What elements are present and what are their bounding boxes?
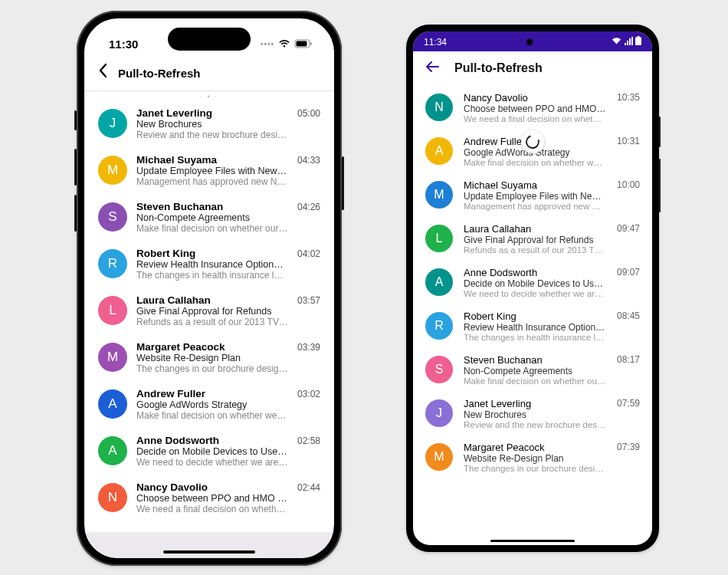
avatar: S: [425, 356, 453, 383]
email-subject: Choose between PPO and HMO Healt...: [136, 493, 288, 504]
list-item[interactable]: RRobert KingReview Health Insurance Opti…: [413, 304, 652, 348]
svg-rect-1: [297, 41, 307, 46]
list-item-text: Andrew FullerGoogle AdWords StrategyMake…: [136, 388, 288, 421]
email-subject: New Brochures: [464, 409, 606, 420]
email-time: 10:31: [617, 136, 640, 146]
email-preview: The changes in our brochure designs for.…: [464, 464, 606, 473]
home-indicator: [163, 550, 255, 554]
list-item[interactable]: AAnne DodsworthDecide on Mobile Devices …: [84, 428, 334, 475]
email-subject: Website Re-Design Plan: [464, 453, 606, 464]
sender-name: Anne Dodsworth: [136, 435, 288, 446]
list-item-text: Margaret PeacockWebsite Re-Design PlanTh…: [136, 341, 288, 374]
list-item[interactable]: JJanet LeverlingNew BrochuresReview and …: [84, 100, 334, 147]
email-subject: New Brochures: [136, 119, 288, 130]
email-subject: Update Employee Files with New NDA: [464, 191, 606, 202]
front-camera-icon: [526, 38, 533, 46]
page-title: Pull-to-Refresh: [454, 61, 543, 75]
email-preview: The changes in health insurance laws...: [136, 270, 288, 281]
ios-email-list[interactable]: JJanet LeverlingNew BrochuresReview and …: [84, 100, 334, 521]
list-item[interactable]: JJanet LeverlingNew BrochuresReview and …: [413, 392, 652, 435]
email-time: 10:00: [617, 179, 640, 190]
dynamic-island: [168, 28, 251, 51]
sender-name: Janet Leverling: [136, 107, 288, 119]
email-subject: Non-Compete Agreements: [464, 366, 606, 376]
email-preview: Review and the new brochure designs...: [136, 130, 288, 140]
list-item[interactable]: NNancy DavolioChoose between PPO and HMO…: [84, 475, 334, 521]
list-item-text: Janet LeverlingNew BrochuresReview and t…: [136, 107, 288, 140]
avatar: R: [98, 249, 127, 278]
list-item[interactable]: LLaura CallahanGive Final Approval for R…: [84, 288, 334, 334]
avatar: A: [98, 389, 127, 419]
battery-icon: [294, 38, 313, 51]
email-preview: Management has approved new NDA....: [136, 176, 288, 187]
list-item-text: Anne DodsworthDecide on Mobile Devices t…: [464, 267, 606, 298]
email-time: 03:57: [297, 294, 320, 306]
sender-name: Michael Suyama: [136, 154, 288, 166]
email-preview: Management has approved new NDA. Al...: [464, 202, 606, 211]
list-item[interactable]: MMichael SuyamaUpdate Employee Files wit…: [413, 173, 652, 217]
iphone-device-frame: 11:30 •••• Pull-to-Refresh · • · JJanet …: [77, 11, 342, 566]
email-preview: We need to decide whether we are goi...: [136, 457, 288, 468]
sender-name: Laura Callahan: [136, 294, 288, 306]
list-item-text: Michael SuyamaUpdate Employee Files with…: [464, 179, 606, 211]
email-time: 04:26: [297, 201, 320, 212]
back-button[interactable]: [98, 63, 107, 83]
list-item-text: Steven BuchananNon-Compete AgreementsMak…: [136, 201, 288, 234]
sender-name: Margaret Peacock: [464, 442, 606, 453]
sender-name: Andrew Fuller: [136, 388, 288, 399]
email-preview: We need to decide whether we are going..…: [464, 289, 606, 298]
email-time: 07:39: [617, 442, 640, 452]
email-time: 02:58: [297, 435, 320, 446]
email-preview: We need a final decision on whether we .…: [464, 114, 606, 123]
email-subject: Review Health Insurance Options Und...: [136, 259, 288, 270]
list-item[interactable]: AAndrew FullerGoogle AdWords StrategyMak…: [84, 381, 334, 428]
page-title: Pull-to-Refresh: [118, 67, 201, 80]
battery-icon: [635, 36, 641, 48]
ios-app-header: Pull-to-Refresh: [84, 57, 334, 91]
avatar: A: [425, 268, 453, 296]
iphone-side-button: [74, 149, 77, 186]
pull-to-refresh-spinner: [521, 130, 544, 153]
list-item-text: Michael SuyamaUpdate Employee Files with…: [136, 154, 288, 187]
list-item-text: Laura CallahanGive Final Approval for Re…: [464, 223, 606, 255]
avatar: A: [98, 436, 127, 465]
email-time: 03:02: [297, 388, 320, 399]
sender-name: Michael Suyama: [464, 179, 606, 191]
email-preview: Review and the new brochure designs an..…: [464, 420, 606, 429]
email-subject: Choose between PPO and HMO Health ...: [464, 104, 606, 114]
iphone-side-button: [342, 156, 344, 210]
avatar: A: [425, 137, 453, 165]
list-item[interactable]: MMargaret PeacockWebsite Re-Design PlanT…: [413, 435, 652, 479]
ios-bottom-bar: [84, 532, 334, 558]
email-time: 02:44: [297, 481, 320, 493]
list-item[interactable]: MMargaret PeacockWebsite Re-Design PlanT…: [84, 334, 334, 381]
list-item-text: Laura CallahanGive Final Approval for Re…: [136, 294, 288, 327]
list-item[interactable]: NNancy DavolioChoose between PPO and HMO…: [413, 86, 652, 130]
list-item-text: Anne DodsworthDecide on Mobile Devices t…: [136, 435, 288, 468]
list-item[interactable]: RRobert KingReview Health Insurance Opti…: [84, 241, 334, 288]
list-item[interactable]: MMichael SuyamaUpdate Employee Files wit…: [84, 147, 334, 194]
email-subject: Decide on Mobile Devices to Use in the F…: [464, 278, 606, 289]
pull-to-refresh-indicator: · • ·: [84, 91, 334, 100]
avatar: J: [425, 399, 453, 427]
spinner-icon: [523, 133, 542, 151]
email-subject: Non-Compete Agreements: [136, 212, 288, 223]
avatar: N: [98, 483, 127, 512]
sender-name: Steven Buchanan: [464, 354, 606, 366]
sender-name: Anne Dodsworth: [464, 267, 606, 278]
list-item[interactable]: AAnne DodsworthDecide on Mobile Devices …: [413, 261, 652, 304]
list-item[interactable]: SSteven BuchananNon-Compete AgreementsMa…: [84, 194, 334, 241]
android-device-frame: 11:34 Pull-to-Refresh NNancy DavolioChoo…: [406, 25, 659, 552]
email-preview: Make final decision on whether we are g.…: [464, 158, 606, 167]
email-time: 04:02: [297, 248, 320, 259]
sender-name: Margaret Peacock: [136, 341, 288, 353]
email-subject: Decide on Mobile Devices to Use in th...: [136, 446, 288, 457]
email-time: 03:39: [297, 341, 320, 353]
back-button[interactable]: [425, 59, 439, 77]
svg-rect-4: [638, 36, 640, 38]
list-item[interactable]: LLaura CallahanGive Final Approval for R…: [413, 217, 652, 261]
email-subject: Give Final Approval for Refunds: [464, 235, 606, 245]
email-time: 04:33: [297, 154, 320, 166]
list-item[interactable]: SSteven BuchananNon-Compete AgreementsMa…: [413, 348, 652, 392]
svg-rect-3: [635, 38, 641, 46]
